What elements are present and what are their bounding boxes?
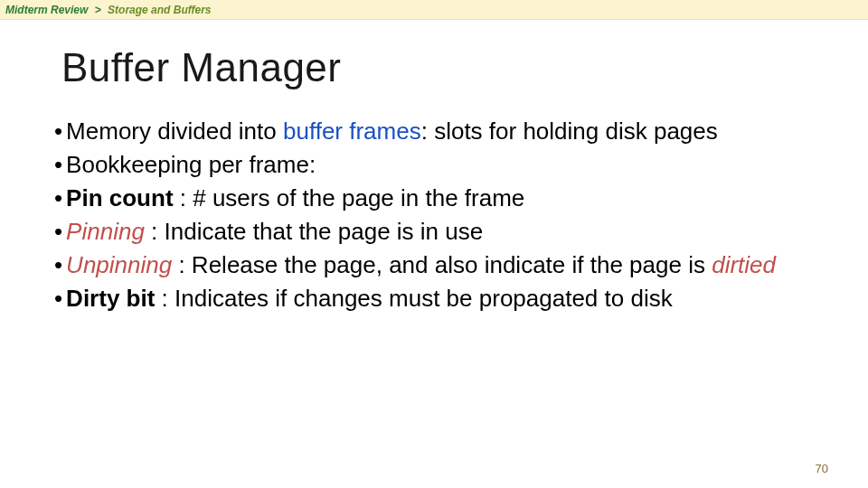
bullet-glyph: •: [54, 251, 66, 278]
bullet-level0: •Memory divided into buffer frames: slot…: [54, 116, 814, 147]
text: : Release the page, and also indicate if…: [172, 251, 712, 278]
text: Memory divided into: [66, 117, 283, 145]
breadcrumb-leaf: Storage and Buffers: [108, 4, 211, 16]
term-pin-count: Pin count: [66, 184, 173, 211]
term-dirty-bit: Dirty bit: [66, 285, 155, 312]
term-dirtied: dirtied: [712, 251, 776, 278]
bullet-glyph: •: [54, 117, 66, 145]
bullet-glyph: •: [54, 218, 66, 245]
text: : slots for holding disk pages: [421, 117, 718, 145]
breadcrumb: Midterm Review > Storage and Buffers: [0, 0, 868, 20]
text: : Indicate that the page is in use: [145, 218, 483, 245]
bullet-glyph: •: [54, 151, 66, 178]
term-pinning: Pinning: [66, 218, 145, 245]
page-title: Buffer Manager: [61, 45, 868, 90]
bullet-glyph: •: [54, 285, 66, 312]
bullet-level1: •Pin count : # users of the page in the …: [54, 183, 814, 214]
bullet-level0: •Bookkeeping per frame:: [54, 149, 814, 181]
bullet-glyph: •: [54, 184, 66, 211]
term-unpinning: Unpinning: [66, 251, 172, 278]
bullet-level2: •Unpinning : Release the page, and also …: [54, 249, 814, 281]
bullet-level2: •Pinning : Indicate that the page is in …: [54, 216, 814, 248]
text: : # users of the page in the frame: [174, 184, 525, 211]
bullet-level1: •Dirty bit : Indicates if changes must b…: [54, 283, 814, 314]
text: : Indicates if changes must be propagate…: [155, 285, 672, 312]
breadcrumb-root: Midterm Review: [5, 4, 88, 16]
keyword-buffer-frames: buffer frames: [283, 117, 421, 145]
page-number: 70: [816, 462, 828, 475]
text: Bookkeeping per frame:: [66, 151, 316, 178]
breadcrumb-separator: >: [91, 4, 105, 16]
slide-body: •Memory divided into buffer frames: slot…: [54, 116, 814, 315]
